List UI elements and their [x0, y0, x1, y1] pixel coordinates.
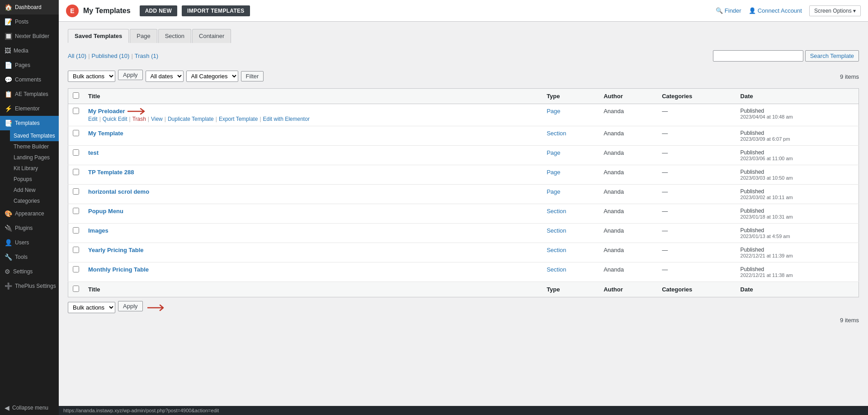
sidebar-item-dashboard[interactable]: 🏠 Dashboard — [0, 0, 59, 14]
dashboard-icon: 🏠 — [5, 4, 12, 11]
sidebar-item-theplus-settings[interactable]: ➕ ThePlus Settings — [0, 279, 59, 293]
filter-all[interactable]: All (10) — [68, 52, 86, 59]
add-new-button[interactable]: ADD NEW — [140, 5, 177, 16]
sidebar-item-landing-pages[interactable]: Landing Pages — [10, 152, 59, 163]
sidebar-item-collapse[interactable]: ◀ Collapse menu — [0, 401, 59, 415]
sidebar-item-tools[interactable]: 🔧 Tools — [0, 250, 59, 264]
row-title-cell: TP Template 288 — [84, 165, 542, 185]
row-action-trash[interactable]: Trash — [132, 116, 146, 122]
sidebar-item-pages[interactable]: 📄 Pages — [0, 58, 59, 72]
sidebar-item-kit-library[interactable]: Kit Library — [10, 163, 59, 174]
sidebar-item-label: ThePlus Settings — [15, 283, 56, 289]
row-type[interactable]: Section — [547, 208, 566, 215]
row-type[interactable]: Section — [547, 227, 566, 234]
sidebar-item-templates[interactable]: 📑 Templates — [0, 116, 59, 130]
bottom-bulk-actions-select[interactable]: Bulk actions Delete — [68, 302, 115, 313]
sidebar-item-nexter-builder[interactable]: 🔲 Nexter Builder — [0, 29, 59, 43]
row-date: Published2023/03/03 at 10:50 am — [736, 165, 859, 185]
row-action-edit-with-elementor[interactable]: Edit with Elementor — [263, 116, 310, 122]
apply-button[interactable]: Apply — [118, 70, 143, 80]
sidebar-item-add-new[interactable]: Add New — [10, 185, 59, 196]
row-author: Ananda — [599, 165, 657, 185]
sidebar-item-users[interactable]: 👤 Users — [0, 235, 59, 250]
sidebar-item-ae-templates[interactable]: 📋 AE Templates — [0, 87, 59, 101]
row-action-duplicate-template[interactable]: Duplicate Template — [168, 116, 214, 122]
bottom-apply-button[interactable]: Apply — [118, 301, 143, 311]
filter-published[interactable]: Published (10) — [92, 52, 130, 59]
media-icon: 🖼 — [5, 47, 11, 54]
row-action-edit[interactable]: Edit — [88, 116, 98, 122]
row-type[interactable]: Section — [547, 266, 566, 273]
row-type[interactable]: Page — [547, 149, 560, 156]
bulk-actions-select[interactable]: Bulk actions Delete — [68, 71, 115, 82]
row-action-export-template[interactable]: Export Template — [219, 116, 258, 122]
select-all-checkbox[interactable] — [73, 92, 79, 99]
footer-author: Author — [599, 282, 657, 297]
filter-trash[interactable]: Trash (1) — [135, 52, 158, 59]
row-checkbox[interactable] — [73, 188, 79, 195]
footer-type: Type — [542, 282, 599, 297]
row-title-link[interactable]: test — [88, 149, 99, 156]
search-template-input[interactable] — [713, 50, 803, 62]
row-type[interactable]: Section — [547, 247, 566, 253]
date-filter-select[interactable]: All dates — [146, 71, 184, 82]
connect-account-link[interactable]: 👤 Connect Account — [749, 7, 802, 14]
sidebar-item-plugins[interactable]: 🔌 Plugins — [0, 221, 59, 235]
status-url: https://ananda.instawp.xyz/wp-admin/post… — [63, 408, 219, 413]
sidebar-item-saved-templates[interactable]: Saved Templates — [10, 130, 59, 141]
sidebar-item-theme-builder[interactable]: Theme Builder — [10, 141, 59, 152]
row-title-link[interactable]: Monthly Pricing Table — [88, 266, 149, 273]
search-bar: Search Template — [713, 50, 859, 62]
row-date: Published2023/03/06 at 11:00 am — [736, 146, 859, 165]
sidebar-submenu-templates: Saved Templates Theme Builder Landing Pa… — [0, 130, 59, 206]
row-type[interactable]: Page — [547, 169, 560, 176]
row-checkbox[interactable] — [73, 108, 79, 114]
search-template-button[interactable]: Search Template — [805, 50, 859, 62]
row-title-cell: My PreloaderEdit | Quick Edit | Trash | … — [84, 104, 542, 126]
row-title-link[interactable]: Yearly Pricing Table — [88, 247, 144, 253]
tab-section[interactable]: Section — [158, 29, 191, 43]
row-action-view[interactable]: View — [151, 116, 163, 122]
sidebar-item-popups[interactable]: Popups — [10, 174, 59, 185]
filter-button[interactable]: Filter — [241, 71, 264, 81]
sidebar-sub-label: Kit Library — [14, 165, 38, 172]
row-checkbox[interactable] — [73, 266, 79, 272]
sidebar-item-posts[interactable]: 📝 Posts — [0, 14, 59, 29]
sidebar-item-elementor[interactable]: ⚡ Elementor — [0, 101, 59, 116]
row-checkbox[interactable] — [73, 149, 79, 156]
row-title-link[interactable]: TP Template 288 — [88, 169, 134, 176]
row-title-cell: test — [84, 146, 542, 165]
row-checkbox[interactable] — [73, 208, 79, 214]
import-templates-button[interactable]: IMPORT TEMPLATES — [182, 5, 250, 16]
finder-link[interactable]: 🔍 Finder — [716, 7, 741, 14]
sidebar-sub-label: Saved Templates — [14, 133, 55, 139]
sidebar-item-comments[interactable]: 💬 Comments — [0, 72, 59, 87]
row-title-link[interactable]: Popup Menu — [88, 208, 123, 215]
row-type[interactable]: Page — [547, 108, 560, 114]
select-all-footer-checkbox[interactable] — [73, 286, 79, 292]
row-title-cell: horizontal scrol demo — [84, 185, 542, 204]
sidebar-item-settings[interactable]: ⚙ Settings — [0, 264, 59, 279]
row-checkbox[interactable] — [73, 169, 79, 175]
row-author: Ananda — [599, 262, 657, 282]
tab-page[interactable]: Page — [130, 29, 157, 43]
row-title-link[interactable]: horizontal scrol demo — [88, 188, 149, 195]
sidebar-item-categories[interactable]: Categories — [10, 196, 59, 206]
row-title-link[interactable]: My Template — [88, 130, 123, 137]
row-title-cell: Monthly Pricing Table — [84, 262, 542, 282]
theplus-icon: ➕ — [5, 282, 12, 290]
row-title-link[interactable]: Images — [88, 227, 108, 234]
tab-saved-templates[interactable]: Saved Templates — [68, 29, 129, 43]
row-checkbox[interactable] — [73, 247, 79, 253]
row-title-link[interactable]: My Preloader — [88, 108, 125, 114]
category-filter-select[interactable]: All Categories — [186, 71, 238, 82]
tab-container[interactable]: Container — [192, 29, 231, 43]
row-action-quick-edit[interactable]: Quick Edit — [103, 116, 127, 122]
screen-options-button[interactable]: Screen Options ▾ — [809, 5, 861, 16]
row-type[interactable]: Section — [547, 130, 566, 137]
row-checkbox[interactable] — [73, 130, 79, 136]
row-type[interactable]: Page — [547, 188, 560, 195]
sidebar-item-appearance[interactable]: 🎨 Appearance — [0, 206, 59, 221]
sidebar-item-media[interactable]: 🖼 Media — [0, 43, 59, 58]
row-checkbox[interactable] — [73, 227, 79, 234]
